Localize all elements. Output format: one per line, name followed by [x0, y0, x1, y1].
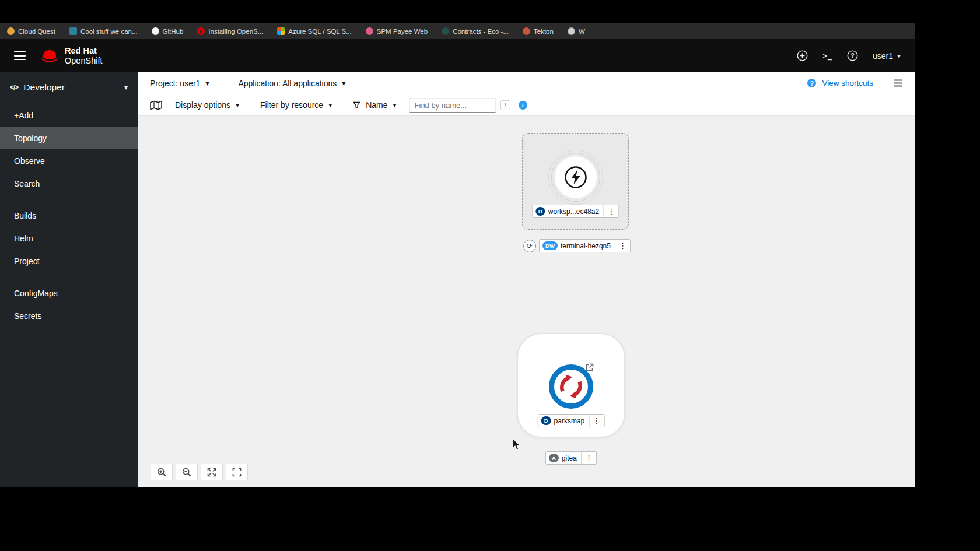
perspective-switcher[interactable]: </> Developer ▾ [0, 72, 138, 101]
info-icon[interactable]: i [519, 101, 527, 110]
parksmap-app-icon [548, 364, 594, 409]
sidebar-item-add[interactable]: +Add [0, 104, 138, 127]
bookmark-tekton[interactable]: Tekton [523, 27, 554, 35]
list-view-toggle-icon[interactable] [893, 79, 903, 87]
browser-viewport: Cloud Quest Cool stuff we can... GitHub … [0, 23, 915, 487]
brand-text: Red Hat OpenShift [65, 46, 103, 65]
application-dropdown[interactable]: Application: All applications ▾ [238, 79, 345, 88]
workspace-node-circle[interactable] [555, 156, 597, 198]
tekton-favicon-icon [523, 27, 530, 35]
web-terminal-icon[interactable]: >_ [822, 52, 832, 60]
screen: Cloud Quest Cool stuff we can... GitHub … [0, 0, 980, 551]
hamburger-menu-icon[interactable] [14, 51, 26, 61]
application-badge: A [549, 454, 559, 462]
contracts-favicon-icon [442, 27, 449, 35]
parksmap-node-circle[interactable] [548, 364, 594, 409]
sidebar-item-observe[interactable]: Observe [0, 149, 138, 172]
display-options-label: Display options [175, 100, 230, 110]
user-menu[interactable]: user1 ▾ [873, 51, 901, 61]
cloud-quest-favicon-icon [7, 27, 15, 35]
username: user1 [873, 51, 893, 61]
app-body: </> Developer ▾ +Add Topology Observe Se… [0, 72, 915, 487]
caret-down-icon: ▾ [124, 84, 128, 91]
sidebar-item-topology[interactable]: Topology [0, 127, 138, 149]
zoom-in-icon [157, 468, 166, 477]
gitea-group-label[interactable]: A gitea ⋮ [545, 451, 597, 465]
caret-down-icon: ▾ [205, 80, 209, 87]
devworkspace-badge: DW [542, 241, 558, 250]
devworkspace-group-node[interactable]: D worksp...ec48a2 ⋮ [522, 133, 629, 230]
fit-to-screen-button[interactable] [201, 464, 223, 480]
brand-line-2: OpenShift [65, 56, 103, 65]
kebab-menu-icon[interactable]: ⋮ [581, 452, 596, 464]
canvas-controls [150, 464, 248, 480]
fullscreen-button[interactable] [226, 464, 248, 480]
find-by-name-group: / [410, 98, 510, 113]
terminal-node-label[interactable]: DW terminal-hezqn5 ⋮ [539, 239, 631, 252]
bookmark-spm-payee[interactable]: SPM Payee Web [366, 27, 428, 35]
kebab-menu-icon[interactable]: ⋮ [603, 205, 618, 217]
developer-code-icon: </> [10, 83, 18, 92]
parksmap-node-label[interactable]: D parksmap ⋮ [538, 414, 605, 427]
help-icon[interactable]: ? [847, 50, 858, 61]
sidebar-item-configmaps[interactable]: ConfigMaps [0, 282, 138, 304]
terminal-name: terminal-hezqn5 [561, 242, 615, 250]
bookmark-w[interactable]: W [568, 27, 585, 35]
sidebar-item-secrets[interactable]: Secrets [0, 304, 138, 327]
kebab-menu-icon[interactable]: ⋮ [589, 415, 604, 427]
sidebar-item-project[interactable]: Project [0, 250, 138, 272]
bookmark-label: Installing OpenS... [208, 28, 263, 35]
add-plus-circle-icon[interactable] [797, 50, 808, 61]
openshift-favicon-icon [197, 27, 205, 35]
caret-down-icon: ▾ [328, 101, 332, 108]
name-filter-label: Name [366, 100, 387, 110]
bookmark-label: Cloud Quest [18, 28, 55, 35]
caret-down-icon: ▾ [897, 52, 901, 59]
workspace-name: worksp...ec48a2 [548, 208, 603, 216]
bookmark-github[interactable]: GitHub [152, 27, 184, 35]
group-decorator-icon[interactable]: ⟳ [523, 240, 536, 252]
brand-line-1: Red Hat [65, 46, 103, 55]
zoom-out-icon [182, 468, 191, 477]
bookmark-installing-openshift[interactable]: Installing OpenS... [197, 27, 263, 35]
svg-text:?: ? [850, 52, 854, 59]
redhat-hat-icon [40, 48, 60, 63]
bookmark-label: Azure SQL / SQL S... [288, 28, 351, 35]
find-by-name-input[interactable] [410, 98, 496, 113]
mouse-cursor [512, 438, 521, 453]
zoom-in-button[interactable] [150, 464, 173, 480]
map-icon[interactable] [150, 100, 162, 111]
caret-down-icon: ▾ [393, 101, 397, 108]
gitea-name: gitea [562, 454, 581, 462]
name-filter-dropdown[interactable]: Name ▾ [353, 100, 396, 110]
project-dropdown[interactable]: Project: user1 ▾ [150, 79, 209, 88]
terminal-group-label-row: ⟳ DW terminal-hezqn5 ⋮ [523, 239, 631, 252]
sidebar-item-search[interactable]: Search [0, 172, 138, 195]
redhat-openshift-logo[interactable]: Red Hat OpenShift [40, 46, 103, 65]
view-shortcuts-link[interactable]: View shortcuts [822, 79, 873, 87]
application-group-node[interactable]: D parksmap ⋮ [517, 333, 625, 438]
bookmark-label: W [579, 28, 585, 35]
caret-down-icon: ▾ [236, 101, 239, 108]
bookmark-label: SPM Payee Web [377, 28, 428, 35]
sidebar-item-builds[interactable]: Builds [0, 204, 138, 227]
context-bar-right: ? View shortcuts [807, 79, 903, 87]
sidebar-group-1: +Add Topology Observe Search [0, 101, 138, 197]
sidebar-nav: </> Developer ▾ +Add Topology Observe Se… [0, 72, 138, 487]
topology-canvas[interactable]: D worksp...ec48a2 ⋮ ⟳ DW terminal-hezqn5… [138, 116, 915, 487]
sidebar-item-helm[interactable]: Helm [0, 227, 138, 250]
bookmark-azure-sql[interactable]: Azure SQL / SQL S... [277, 27, 351, 35]
display-options-dropdown[interactable]: Display options ▾ [175, 100, 239, 110]
zoom-out-button[interactable] [176, 464, 198, 480]
filter-funnel-icon [353, 101, 360, 109]
github-favicon-icon [152, 27, 159, 35]
filter-by-resource-dropdown[interactable]: Filter by resource ▾ [260, 100, 332, 110]
bookmark-cloud-quest[interactable]: Cloud Quest [7, 27, 55, 35]
kebab-menu-icon[interactable]: ⋮ [615, 240, 630, 252]
bookmark-contracts[interactable]: Contracts - Eco -... [442, 27, 509, 35]
masthead-toolbar: >_ ? user1 ▾ [797, 50, 901, 61]
bookmark-cool-stuff[interactable]: Cool stuff we can... [69, 27, 138, 35]
sidebar-group-2: Builds Helm Project [0, 202, 138, 275]
workspace-node-label[interactable]: D worksp...ec48a2 ⋮ [532, 205, 619, 218]
shortcuts-help-icon: ? [807, 79, 816, 87]
